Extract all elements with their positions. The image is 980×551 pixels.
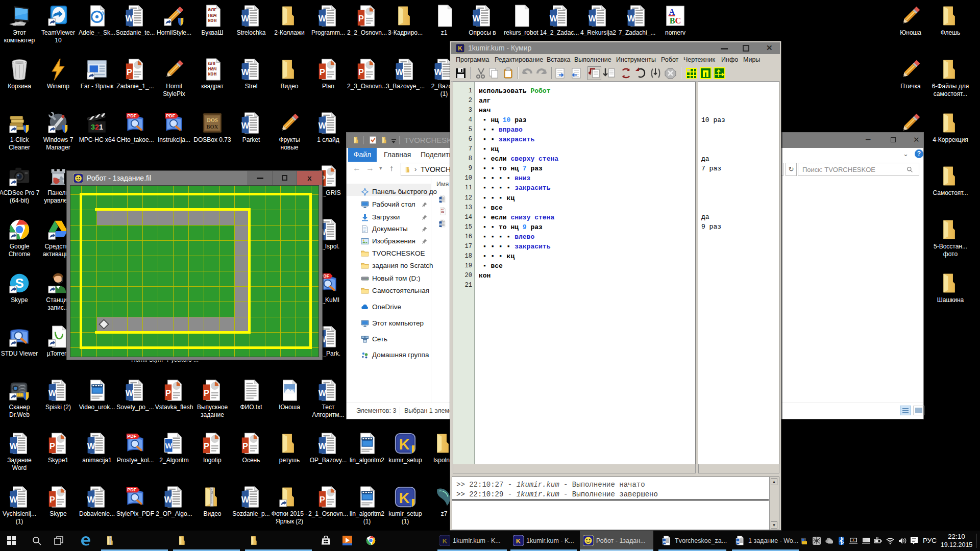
svg-text:K: K bbox=[443, 537, 448, 545]
svg-text:K: K bbox=[458, 45, 462, 52]
svg-text:K: K bbox=[516, 537, 521, 545]
